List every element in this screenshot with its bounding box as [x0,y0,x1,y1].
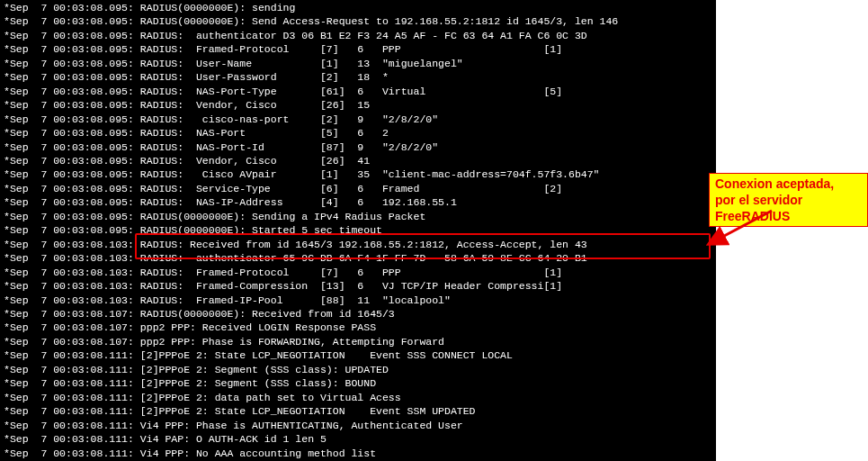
log-line: *Sep 7 00:03:08.095: RADIUS: User-Name [… [4,57,712,70]
log-line: *Sep 7 00:03:08.111: Vi4 PPP: No AAA acc… [4,447,712,460]
callout-text-line1: Conexion aceptada, [715,176,834,191]
log-line: *Sep 7 00:03:08.103: RADIUS: Framed-Comp… [4,279,712,293]
log-line: *Sep 7 00:03:08.103: RADIUS: Received fr… [4,238,712,251]
log-line: *Sep 7 00:03:08.095: RADIUS: Service-Typ… [4,182,712,195]
log-line: *Sep 7 00:03:08.103: RADIUS: Framed-IP-P… [4,294,712,307]
log-line: *Sep 7 00:03:08.095: RADIUS: Vendor, Cis… [4,98,712,112]
log-line: *Sep 7 00:03:08.111: [2]PPPoE 2: Segment… [4,376,712,390]
log-line: *Sep 7 00:03:08.095: RADIUS(0000000E): S… [4,223,712,237]
log-line: *Sep 7 00:03:08.111: Vi4 PAP: O AUTH-ACK… [4,432,712,446]
log-line: *Sep 7 00:03:08.095: RADIUS: authenticat… [4,29,712,42]
log-line: *Sep 7 00:03:08.107: RADIUS(0000000E): R… [4,307,712,321]
log-line: *Sep 7 00:03:08.095: RADIUS: Cisco AVpai… [4,167,712,181]
annotation-callout: Conexion aceptada, por el servidor FreeR… [709,173,868,227]
log-line: *Sep 7 00:03:08.095: RADIUS: User-Passwo… [4,70,712,84]
log-line: *Sep 7 00:03:08.095: RADIUS: cisco-nas-p… [4,113,712,126]
log-line: *Sep 7 00:03:08.111: [2]PPPoE 2: State L… [4,348,712,362]
log-line: *Sep 7 00:03:08.095: RADIUS: NAS-Port-Id… [4,140,712,154]
log-line: *Sep 7 00:03:08.095: RADIUS(0000000E): s… [4,1,712,14]
log-line: *Sep 7 00:03:08.095: RADIUS(0000000E): S… [4,14,712,28]
log-line: *Sep 7 00:03:08.111: [2]PPPoE 2: State L… [4,404,712,418]
right-white-area [709,0,868,461]
log-line: *Sep 7 00:03:08.095: RADIUS: Vendor, Cis… [4,154,712,167]
callout-text-line2: por el servidor FreeRADIUS [715,193,802,223]
log-line: *Sep 7 00:03:08.107: ppp2 PPP: Received … [4,321,712,334]
log-line: *Sep 7 00:03:08.103: RADIUS: Framed-Prot… [4,266,712,279]
log-line: *Sep 7 00:03:08.095: RADIUS: NAS-IP-Addr… [4,195,712,209]
log-line: *Sep 7 00:03:08.107: ppp2 PPP: Phase is … [4,335,712,348]
terminal-output: *Sep 7 00:03:08.095: RADIUS(0000000E): s… [0,0,716,461]
log-line: *Sep 7 00:03:08.111: Vi4 PPP: Phase is A… [4,419,712,432]
log-line: *Sep 7 00:03:08.103: RADIUS: authenticat… [4,251,712,265]
log-line: *Sep 7 00:03:08.095: RADIUS: NAS-Port-Ty… [4,85,712,98]
log-line: *Sep 7 00:03:08.111: [2]PPPoE 2: Segment… [4,363,712,376]
log-line: *Sep 7 00:03:08.095: RADIUS: Framed-Prot… [4,42,712,56]
log-line: *Sep 7 00:03:08.111: [2]PPPoE 2: data pa… [4,391,712,404]
log-line: *Sep 7 00:03:08.095: RADIUS: NAS-Port [5… [4,126,712,140]
log-line: *Sep 7 00:03:08.095: RADIUS(0000000E): S… [4,210,712,223]
